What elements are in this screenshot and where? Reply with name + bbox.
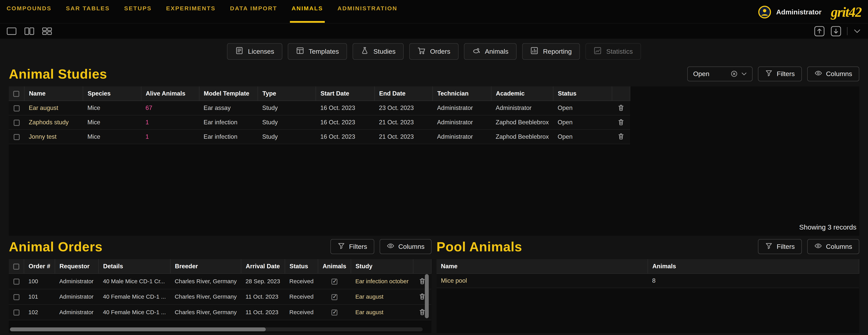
row-checkbox[interactable]: [13, 294, 20, 300]
two-pane-layout-icon[interactable]: [24, 27, 34, 35]
single-pane-layout-icon[interactable]: [7, 27, 17, 35]
import-icon[interactable]: [830, 26, 841, 37]
horizontal-scrollbar-track[interactable]: [10, 327, 423, 331]
nav-setups[interactable]: SETUPS: [124, 0, 152, 23]
clear-filter-icon[interactable]: [731, 70, 738, 77]
delete-row-button[interactable]: [616, 132, 626, 141]
app-root: COMPOUNDS SAR TABLES SETUPS EXPERIMENTS …: [0, 0, 868, 333]
statistics-button[interactable]: Statistics: [586, 43, 641, 60]
collapse-chevron-down-icon[interactable]: [853, 27, 861, 35]
col-animals[interactable]: Animals: [648, 259, 859, 273]
pools-title: Pool Animals: [437, 239, 522, 254]
alive-animals-cell[interactable]: 1: [141, 130, 199, 144]
start-date-cell: 16 Oct. 2023: [316, 101, 374, 115]
nav-animals[interactable]: ANIMALS: [291, 0, 323, 23]
alive-animals-cell[interactable]: 1: [141, 115, 199, 130]
arrival-date-cell: 11 Oct. 2023: [241, 289, 285, 305]
nav-administration[interactable]: ADMINISTRATION: [337, 0, 397, 23]
grit42-logo[interactable]: grit42: [831, 4, 861, 20]
col-end-date[interactable]: End Date: [375, 87, 433, 101]
technician-cell: Administrator: [433, 101, 491, 115]
nav-experiments[interactable]: EXPERIMENTS: [166, 0, 216, 23]
nav-data-import[interactable]: DATA IMPORT: [230, 0, 277, 23]
user-avatar[interactable]: [758, 5, 771, 19]
col-arrival-date[interactable]: Arrival Date: [241, 259, 285, 273]
animals-button[interactable]: Animals: [464, 43, 517, 60]
delete-row-button[interactable]: [616, 118, 626, 127]
col-animals[interactable]: Animals: [318, 259, 351, 273]
start-date-cell: 16 Oct. 2023: [316, 115, 374, 130]
animals-received-checkbox[interactable]: [331, 309, 337, 315]
delete-row-button[interactable]: [616, 103, 626, 112]
col-name[interactable]: Name: [437, 259, 648, 273]
mouse-icon: [472, 46, 480, 57]
pools-filters-button[interactable]: Filters: [758, 239, 802, 254]
col-species[interactable]: Species: [83, 87, 141, 101]
vertical-scrollbar[interactable]: [425, 274, 429, 318]
animals-received-checkbox[interactable]: [331, 278, 337, 284]
species-cell: Mice: [83, 130, 141, 144]
row-select-cell: [9, 273, 24, 289]
templates-label: Templates: [309, 48, 339, 55]
horizontal-scrollbar-thumb[interactable]: [10, 327, 266, 331]
studies-filters-button[interactable]: Filters: [758, 67, 802, 81]
studies-columns-button[interactable]: Columns: [807, 67, 859, 81]
row-checkbox[interactable]: [13, 134, 20, 140]
col-name[interactable]: Name: [24, 87, 83, 101]
animals-received-checkbox[interactable]: [331, 294, 337, 300]
col-study[interactable]: Study: [351, 259, 413, 273]
cart-icon: [417, 46, 426, 57]
row-checkbox[interactable]: [13, 120, 20, 126]
nav-sar-tables[interactable]: SAR TABLES: [66, 0, 110, 23]
row-checkbox[interactable]: [13, 105, 20, 111]
studies-button[interactable]: Studies: [352, 43, 404, 60]
studies-table-panel: Name Species Alive Animals Model Templat…: [9, 87, 859, 236]
alive-animals-cell[interactable]: 67: [141, 101, 199, 115]
study-link-cell[interactable]: Ear infection october: [351, 273, 413, 289]
funnel-icon: [765, 242, 773, 252]
type-cell: Study: [258, 130, 316, 144]
grid-layout-icon[interactable]: [42, 27, 52, 35]
col-order-number[interactable]: Order #: [24, 259, 55, 273]
col-status[interactable]: Status: [285, 259, 318, 273]
col-requestor[interactable]: Requestor: [55, 259, 98, 273]
pools-header-row: Name Animals: [437, 259, 859, 273]
pool-name-cell[interactable]: Mice pool: [437, 273, 648, 288]
templates-button[interactable]: Templates: [288, 43, 347, 60]
col-start-date[interactable]: Start Date: [316, 87, 374, 101]
row-checkbox[interactable]: [13, 309, 20, 315]
col-academic[interactable]: Academic: [491, 87, 553, 101]
details-cell: 40 Female Mice CD-1 ...: [98, 289, 170, 305]
row-checkbox[interactable]: [13, 278, 20, 284]
reporting-button[interactable]: Reporting: [522, 43, 580, 60]
col-breeder[interactable]: Breeder: [170, 259, 241, 273]
orders-button[interactable]: Orders: [409, 43, 459, 60]
nav-compounds[interactable]: COMPOUNDS: [7, 0, 52, 23]
col-details[interactable]: Details: [98, 259, 170, 273]
select-all-checkbox[interactable]: [13, 264, 19, 270]
type-cell: Study: [258, 115, 316, 130]
col-type[interactable]: Type: [258, 87, 316, 101]
orders-columns-button[interactable]: Columns: [380, 239, 431, 254]
licenses-button[interactable]: Licenses: [227, 43, 282, 60]
pools-section: Pool Animals Filters Columns: [437, 236, 859, 333]
pools-columns-button[interactable]: Columns: [807, 239, 859, 254]
study-name-cell[interactable]: Ear august: [24, 101, 83, 115]
status-filter-select[interactable]: Open: [687, 67, 752, 81]
table-row: Ear august Mice 67 Ear assay Study 16 Oc…: [9, 101, 630, 115]
col-technician[interactable]: Technician: [433, 87, 491, 101]
animals-received-cell: [318, 289, 351, 305]
col-model-template[interactable]: Model Template: [199, 87, 258, 101]
columns-label: Columns: [826, 243, 852, 250]
study-name-cell[interactable]: Zaphods study: [24, 115, 83, 130]
export-icon[interactable]: [814, 26, 825, 37]
col-status[interactable]: Status: [553, 87, 612, 101]
select-all-checkbox[interactable]: [13, 91, 19, 97]
arrival-date-cell: 28 Sep. 2023: [241, 273, 285, 289]
orders-filters-button[interactable]: Filters: [331, 239, 374, 254]
study-link-cell[interactable]: Ear august: [351, 304, 413, 320]
study-link-cell[interactable]: Ear august: [351, 289, 413, 305]
col-alive-animals[interactable]: Alive Animals: [141, 87, 199, 101]
study-name-cell[interactable]: Jonny test: [24, 130, 83, 144]
user-area: Administrator grit42: [758, 0, 861, 23]
